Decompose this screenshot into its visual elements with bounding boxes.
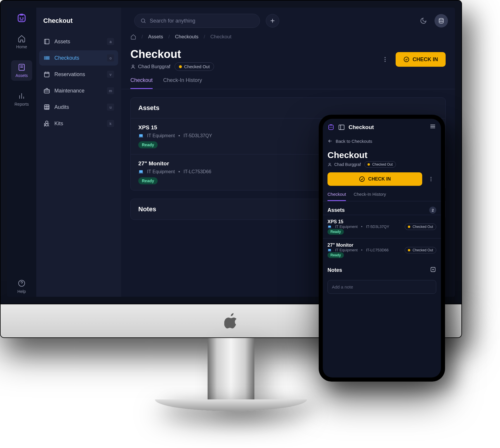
add-note-button[interactable] (430, 266, 436, 274)
sidebar-item-maintenance[interactable]: Maintenance m (39, 83, 118, 98)
svg-point-24 (331, 127, 332, 128)
add-button[interactable] (266, 14, 279, 28)
search-placeholder: Search for anything (150, 18, 195, 24)
rail-item-reports[interactable]: Reports (11, 89, 32, 109)
rail-item-help[interactable]: Help (11, 276, 32, 297)
svg-rect-21 (329, 125, 333, 130)
search-input[interactable]: Search for anything (134, 14, 260, 28)
mobile-menu-button[interactable] (429, 123, 436, 131)
svg-rect-6 (44, 39, 49, 44)
keyboard-shortcut: m (107, 87, 114, 94)
breadcrumb-checkouts[interactable]: Checkouts (175, 34, 199, 40)
more-menu[interactable] (380, 54, 390, 65)
rail-item-label: Home (16, 44, 27, 49)
keyboard-shortcut: u (107, 104, 114, 111)
button-label: CHECK IN (368, 176, 391, 182)
mobile-page-header: Checkout Chad Burggraf Checked Out (323, 147, 441, 169)
panel-icon[interactable] (338, 124, 345, 131)
svg-rect-9 (44, 105, 49, 109)
checkout-user: Chad Burggraf (130, 64, 170, 70)
note-input[interactable]: Add a note (327, 280, 436, 294)
user-name: Chad Burggraf (334, 162, 361, 167)
sidebar-item-label: Kits (54, 121, 63, 127)
keyboard-shortcut: a (107, 38, 114, 45)
check-in-button[interactable]: CHECK IN (327, 172, 422, 186)
back-label: Back to Checkouts (336, 139, 372, 144)
more-menu[interactable] (426, 174, 436, 184)
tab-checkout[interactable]: Checkout (130, 77, 153, 89)
sidebar-item-kits[interactable]: Kits k (39, 116, 118, 131)
svg-rect-22 (330, 124, 332, 126)
status-badge: Checked Out (364, 161, 396, 168)
sidebar-item-checkouts[interactable]: Checkouts o (39, 50, 118, 66)
page-title-sidebar: Checkout (39, 8, 118, 34)
laptop-icon (327, 225, 332, 229)
asset-row[interactable]: XPS 15 IT Equipment • IT-5D3L37QY Ready … (323, 215, 441, 238)
meta-dot: • (361, 224, 363, 229)
svg-rect-31 (328, 225, 331, 227)
sidebar-item-label: Checkouts (54, 55, 79, 61)
database-icon (438, 18, 444, 24)
rail-item-label: Assets (15, 73, 28, 78)
laptop-icon (327, 248, 332, 252)
meta-dot: • (178, 133, 180, 138)
sidebar-item-label: Audits (54, 104, 69, 110)
sidebar-item-assets[interactable]: Assets a (39, 34, 118, 49)
theme-toggle[interactable] (418, 16, 429, 26)
svg-point-12 (132, 65, 134, 67)
asset-tag: IT-5D3L37QY (183, 133, 212, 138)
breadcrumb-assets[interactable]: Assets (148, 34, 163, 40)
asset-state: Ready (327, 229, 344, 235)
svg-point-23 (330, 127, 330, 128)
user-icon (327, 162, 332, 167)
svg-point-14 (385, 59, 386, 60)
checkout-user: Chad Burggraf (327, 162, 361, 167)
imac-stand-neck (208, 338, 254, 399)
tab-checkout[interactable]: Checkout (327, 192, 346, 201)
rail-item-home[interactable]: Home (11, 32, 32, 52)
toolbox-icon (43, 87, 50, 94)
meta-dot: • (178, 169, 180, 174)
meta-dot: • (361, 248, 363, 252)
barcode-icon (43, 54, 50, 61)
tab-history[interactable]: Check-In History (163, 77, 202, 89)
mobile-title: Checkout (349, 124, 374, 131)
breadcrumb-separator: / (142, 34, 143, 40)
asset-status-text: Checked Out (413, 248, 433, 252)
notes-section-head: Notes (323, 262, 441, 279)
svg-rect-33 (328, 249, 331, 250)
mobile-back-link[interactable]: Back to Checkouts (323, 135, 441, 147)
status-text: Checked Out (184, 64, 210, 69)
svg-point-2 (20, 18, 21, 19)
asset-category: IT Equipment (147, 133, 175, 138)
box-icon (43, 38, 50, 45)
laptop-icon (138, 169, 144, 174)
page-header: Checkout Chad Burggraf Checked Out (121, 44, 455, 71)
status-badge: Checked Out (175, 62, 214, 71)
note-placeholder: Add a note (332, 284, 353, 289)
home-icon[interactable] (130, 34, 136, 40)
assets-icon (18, 63, 26, 71)
sidebar-item-audits[interactable]: Audits u (39, 99, 118, 115)
svg-point-15 (385, 61, 386, 62)
asset-category: IT Equipment (335, 248, 358, 252)
apple-logo-icon (224, 313, 238, 329)
rail-item-assets[interactable]: Assets (11, 60, 32, 81)
svg-rect-32 (328, 227, 331, 228)
svg-point-28 (430, 177, 431, 178)
asset-tag: IT-LC753D66 (366, 248, 389, 252)
asset-row[interactable]: 27" Monitor IT Equipment • IT-LC753D66 R… (323, 238, 441, 262)
database-menu[interactable] (435, 14, 448, 28)
svg-rect-8 (44, 90, 49, 93)
status-dot-icon (179, 65, 182, 68)
tab-history[interactable]: Check-In History (354, 192, 386, 201)
status-dot-icon (408, 226, 410, 228)
grid-icon (43, 104, 50, 111)
svg-rect-17 (139, 134, 143, 137)
sidebar-item-reservations[interactable]: Reservations v (39, 67, 118, 82)
keyboard-shortcut: k (107, 120, 114, 127)
phone-device-frame: Checkout Back to Checkouts Checkout Chad… (319, 115, 445, 382)
check-in-button[interactable]: CHECK IN (396, 52, 446, 67)
add-note-icon (430, 266, 436, 273)
svg-rect-34 (328, 251, 331, 251)
